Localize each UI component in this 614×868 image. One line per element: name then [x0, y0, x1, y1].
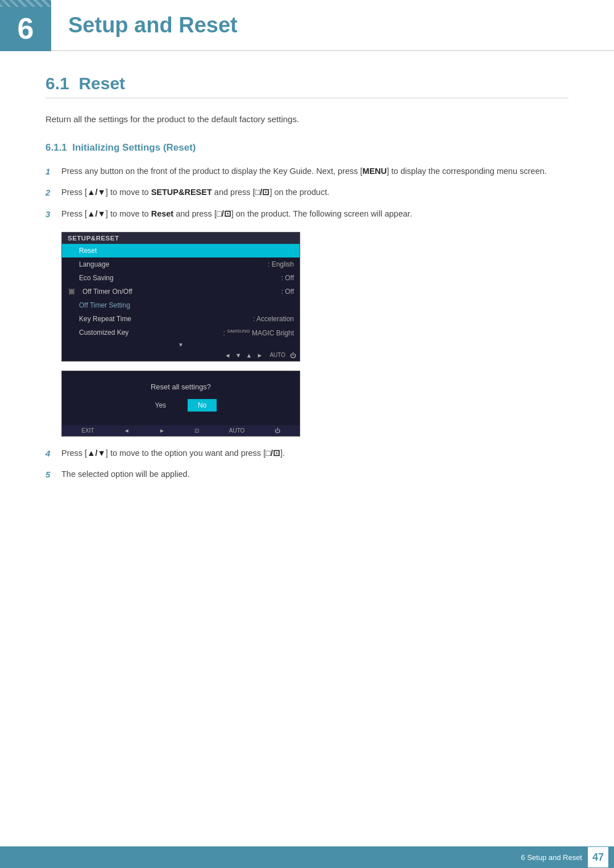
exit-btn: EXIT [81, 427, 94, 434]
menu-box-setup: SETUP&RESET Reset Language : English Eco… [61, 232, 300, 362]
left-btn: ◄ [124, 427, 130, 434]
right-btn: ► [159, 427, 165, 434]
step-5: 5 The selected option will be applied. [45, 468, 569, 481]
power-btn: ⏻ [275, 427, 280, 434]
main-content: 6.1 Reset Return all the settings for th… [0, 51, 614, 538]
header-title-block: Setup and Reset [51, 0, 614, 51]
enter-btn: ⊡ [194, 427, 199, 434]
subsection-title: 6.1.1 Initializing Settings (Reset) [45, 142, 569, 153]
chapter-number-block: 6 [0, 0, 51, 51]
reset-bottom-bar: EXIT ◄ ► ⊡ AUTO ⏻ [62, 425, 300, 436]
menu-item-key-repeat: Key Repeat Time : Acceleration [62, 312, 300, 326]
section-description: Return all the settings for the product … [45, 113, 569, 126]
menu-item-language: Language : English [62, 258, 300, 271]
menu-item-more: ▼ [62, 340, 300, 350]
step-1: 1 Press any button on the front of the p… [45, 165, 569, 178]
footer-text: 6 Setup and Reset [521, 853, 582, 862]
gear-icon [68, 288, 76, 296]
menu-item-reset: Reset [62, 244, 300, 258]
auto-btn: AUTO [229, 427, 245, 434]
page-title: Setup and Reset [68, 13, 238, 38]
page-footer: 6 Setup and Reset 47 [0, 846, 614, 868]
menu-item-off-timer-setting: Off Timer Setting [62, 298, 300, 312]
reset-question: Reset all settings? [73, 383, 288, 391]
menu-title-bar: SETUP&RESET [62, 232, 300, 244]
steps-list: 1 Press any button on the front of the p… [45, 165, 569, 221]
reset-dialog: Reset all settings? Yes No EXIT ◄ ► ⊡ AU… [61, 371, 300, 437]
menu-nav-row: ◄ ▼ ▲ ► AUTO ⏻ [62, 350, 300, 361]
yes-button: Yes [145, 399, 177, 412]
reset-dialog-body: Reset all settings? Yes No [62, 371, 300, 425]
page-number: 47 [588, 847, 608, 867]
section-title: 6.1 Reset [45, 74, 569, 98]
menu-item-customized-key: Customized Key : SAMSUNG MAGIC Bright [62, 326, 300, 340]
step-2: 2 Press [▲/▼] to move to SETUP&RESET and… [45, 186, 569, 199]
no-button: No [188, 399, 217, 412]
menu-screenshot-container: SETUP&RESET Reset Language : English Eco… [61, 232, 300, 437]
steps-list-2: 4 Press [▲/▼] to move to the option you … [45, 447, 569, 481]
step-3: 3 Press [▲/▼] to move to Reset and press… [45, 207, 569, 221]
page-header: 6 Setup and Reset [0, 0, 614, 51]
reset-buttons: Yes No [73, 399, 288, 412]
menu-item-off-timer-onoff: Off Timer On/Off : Off [62, 285, 300, 298]
step-4: 4 Press [▲/▼] to move to the option you … [45, 447, 569, 460]
chapter-number: 6 [18, 14, 34, 43]
menu-item-eco-saving: Eco Saving : Off [62, 271, 300, 285]
